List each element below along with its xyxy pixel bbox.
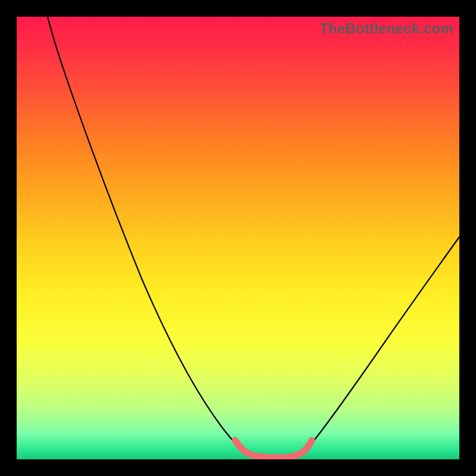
watermark-text: TheBottleneck.com [320, 20, 453, 37]
curve-layer [17, 17, 459, 459]
chart-container: TheBottleneck.com [0, 0, 476, 476]
plot-area: TheBottleneck.com [17, 17, 459, 459]
tolerance-band [235, 440, 312, 458]
bottleneck-curve [48, 17, 459, 457]
